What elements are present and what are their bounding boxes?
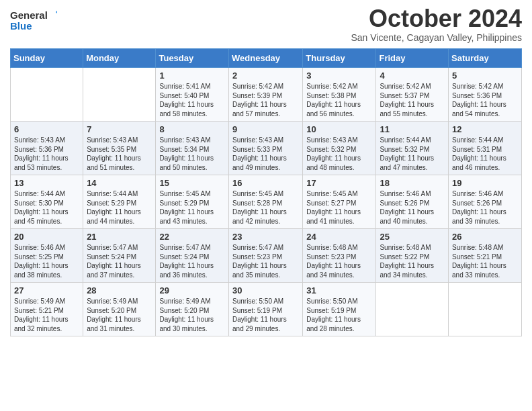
subtitle: San Vicente, Cagayan Valley, Philippines	[351, 32, 523, 43]
calendar-day-header: Monday	[83, 49, 156, 68]
cell-content: Sunrise: 5:43 AM Sunset: 5:36 PM Dayligh…	[14, 136, 79, 172]
calendar-cell: 6Sunrise: 5:43 AM Sunset: 5:36 PM Daylig…	[11, 122, 83, 175]
calendar-cell: 25Sunrise: 5:48 AM Sunset: 5:22 PM Dayli…	[376, 229, 449, 283]
calendar-header-row: SundayMondayTuesdayWednesdayThursdayFrid…	[11, 49, 522, 68]
title-block: October 2024 San Vicente, Cagayan Valley…	[351, 7, 523, 43]
calendar-day-header: Friday	[376, 49, 449, 68]
calendar-cell: 29Sunrise: 5:49 AM Sunset: 5:20 PM Dayli…	[156, 283, 229, 336]
calendar-cell: 3Sunrise: 5:42 AM Sunset: 5:38 PM Daylig…	[303, 68, 376, 122]
calendar-week-row: 20Sunrise: 5:46 AM Sunset: 5:25 PM Dayli…	[11, 229, 522, 283]
day-number: 5	[452, 71, 518, 81]
cell-content: Sunrise: 5:49 AM Sunset: 5:21 PM Dayligh…	[14, 297, 79, 333]
day-number: 29	[159, 285, 225, 295]
cell-content: Sunrise: 5:47 AM Sunset: 5:24 PM Dayligh…	[87, 243, 152, 279]
day-number: 25	[380, 232, 445, 242]
calendar-cell: 12Sunrise: 5:44 AM Sunset: 5:31 PM Dayli…	[449, 122, 522, 175]
day-number: 8	[159, 124, 225, 134]
cell-content: Sunrise: 5:44 AM Sunset: 5:30 PM Dayligh…	[14, 189, 79, 226]
cell-content: Sunrise: 5:49 AM Sunset: 5:20 PM Dayligh…	[159, 297, 225, 333]
cell-content: Sunrise: 5:44 AM Sunset: 5:31 PM Dayligh…	[452, 136, 518, 172]
cell-content: Sunrise: 5:46 AM Sunset: 5:26 PM Dayligh…	[380, 189, 445, 226]
day-number: 31	[306, 285, 372, 295]
header: General Blue October 2024 San Vicente, C…	[10, 7, 522, 43]
day-number: 30	[232, 285, 299, 295]
day-number: 2	[232, 71, 299, 81]
calendar-day-header: Saturday	[449, 49, 522, 68]
cell-content: Sunrise: 5:43 AM Sunset: 5:33 PM Dayligh…	[232, 136, 299, 172]
day-number: 26	[452, 232, 518, 242]
cell-content: Sunrise: 5:47 AM Sunset: 5:23 PM Dayligh…	[232, 243, 299, 279]
calendar-week-row: 6Sunrise: 5:43 AM Sunset: 5:36 PM Daylig…	[11, 122, 522, 175]
day-number: 28	[87, 285, 152, 295]
day-number: 16	[232, 178, 299, 188]
cell-content: Sunrise: 5:43 AM Sunset: 5:32 PM Dayligh…	[306, 136, 372, 172]
calendar-cell: 18Sunrise: 5:46 AM Sunset: 5:26 PM Dayli…	[376, 175, 449, 229]
day-number: 10	[306, 124, 372, 134]
day-number: 14	[87, 178, 152, 188]
day-number: 7	[87, 124, 152, 134]
calendar-cell: 2Sunrise: 5:42 AM Sunset: 5:39 PM Daylig…	[229, 68, 303, 122]
calendar-cell: 24Sunrise: 5:48 AM Sunset: 5:23 PM Dayli…	[303, 229, 376, 283]
calendar-week-row: 1Sunrise: 5:41 AM Sunset: 5:40 PM Daylig…	[11, 68, 522, 122]
cell-content: Sunrise: 5:41 AM Sunset: 5:40 PM Dayligh…	[159, 82, 225, 118]
day-number: 24	[306, 232, 372, 242]
calendar-day-header: Tuesday	[156, 49, 229, 68]
calendar-cell: 28Sunrise: 5:49 AM Sunset: 5:20 PM Dayli…	[83, 283, 156, 336]
cell-content: Sunrise: 5:45 AM Sunset: 5:27 PM Dayligh…	[306, 189, 372, 226]
day-number: 12	[452, 124, 518, 134]
cell-content: Sunrise: 5:43 AM Sunset: 5:34 PM Dayligh…	[159, 136, 225, 172]
cell-content: Sunrise: 5:45 AM Sunset: 5:29 PM Dayligh…	[159, 189, 225, 226]
calendar-cell	[449, 283, 522, 336]
calendar-table: SundayMondayTuesdayWednesdayThursdayFrid…	[10, 48, 522, 336]
calendar-cell: 10Sunrise: 5:43 AM Sunset: 5:32 PM Dayli…	[303, 122, 376, 175]
day-number: 21	[87, 232, 152, 242]
calendar-cell: 8Sunrise: 5:43 AM Sunset: 5:34 PM Daylig…	[156, 122, 229, 175]
page: General Blue October 2024 San Vicente, C…	[0, 0, 532, 347]
calendar-cell: 4Sunrise: 5:42 AM Sunset: 5:37 PM Daylig…	[376, 68, 449, 122]
day-number: 23	[232, 232, 299, 242]
calendar-cell: 17Sunrise: 5:45 AM Sunset: 5:27 PM Dayli…	[303, 175, 376, 229]
calendar-week-row: 27Sunrise: 5:49 AM Sunset: 5:21 PM Dayli…	[11, 283, 522, 336]
calendar-cell	[11, 68, 83, 122]
cell-content: Sunrise: 5:49 AM Sunset: 5:20 PM Dayligh…	[87, 297, 152, 333]
calendar-cell: 19Sunrise: 5:46 AM Sunset: 5:26 PM Dayli…	[449, 175, 522, 229]
calendar-cell: 13Sunrise: 5:44 AM Sunset: 5:30 PM Dayli…	[11, 175, 83, 229]
calendar-cell	[83, 68, 156, 122]
calendar-cell: 20Sunrise: 5:46 AM Sunset: 5:25 PM Dayli…	[11, 229, 83, 283]
calendar-cell: 14Sunrise: 5:44 AM Sunset: 5:29 PM Dayli…	[83, 175, 156, 229]
calendar-cell: 5Sunrise: 5:42 AM Sunset: 5:36 PM Daylig…	[449, 68, 522, 122]
cell-content: Sunrise: 5:45 AM Sunset: 5:28 PM Dayligh…	[232, 189, 299, 226]
cell-content: Sunrise: 5:46 AM Sunset: 5:26 PM Dayligh…	[452, 189, 518, 226]
cell-content: Sunrise: 5:47 AM Sunset: 5:24 PM Dayligh…	[159, 243, 225, 279]
day-number: 19	[452, 178, 518, 188]
cell-content: Sunrise: 5:48 AM Sunset: 5:21 PM Dayligh…	[452, 243, 518, 279]
cell-content: Sunrise: 5:44 AM Sunset: 5:32 PM Dayligh…	[380, 136, 445, 172]
day-number: 17	[306, 178, 372, 188]
cell-content: Sunrise: 5:50 AM Sunset: 5:19 PM Dayligh…	[232, 297, 299, 333]
cell-content: Sunrise: 5:43 AM Sunset: 5:35 PM Dayligh…	[87, 136, 152, 172]
calendar-day-header: Sunday	[11, 49, 83, 68]
svg-marker-3	[56, 9, 57, 15]
calendar-cell: 1Sunrise: 5:41 AM Sunset: 5:40 PM Daylig…	[156, 68, 229, 122]
cell-content: Sunrise: 5:48 AM Sunset: 5:22 PM Dayligh…	[380, 243, 445, 279]
calendar-cell: 16Sunrise: 5:45 AM Sunset: 5:28 PM Dayli…	[229, 175, 303, 229]
calendar-cell: 27Sunrise: 5:49 AM Sunset: 5:21 PM Dayli…	[11, 283, 83, 336]
calendar-cell: 23Sunrise: 5:47 AM Sunset: 5:23 PM Dayli…	[229, 229, 303, 283]
day-number: 13	[14, 178, 79, 188]
day-number: 20	[14, 232, 79, 242]
calendar-cell: 9Sunrise: 5:43 AM Sunset: 5:33 PM Daylig…	[229, 122, 303, 175]
calendar-cell	[376, 283, 449, 336]
day-number: 6	[14, 124, 79, 134]
calendar-cell: 22Sunrise: 5:47 AM Sunset: 5:24 PM Dayli…	[156, 229, 229, 283]
calendar-day-header: Thursday	[303, 49, 376, 68]
day-number: 11	[380, 124, 445, 134]
calendar-cell: 26Sunrise: 5:48 AM Sunset: 5:21 PM Dayli…	[449, 229, 522, 283]
day-number: 1	[159, 71, 225, 81]
svg-text:Blue: Blue	[10, 20, 32, 32]
day-number: 4	[380, 71, 445, 81]
cell-content: Sunrise: 5:42 AM Sunset: 5:36 PM Dayligh…	[452, 82, 518, 118]
day-number: 22	[159, 232, 225, 242]
calendar-day-header: Wednesday	[229, 49, 303, 68]
day-number: 15	[159, 178, 225, 188]
day-number: 27	[14, 285, 79, 295]
